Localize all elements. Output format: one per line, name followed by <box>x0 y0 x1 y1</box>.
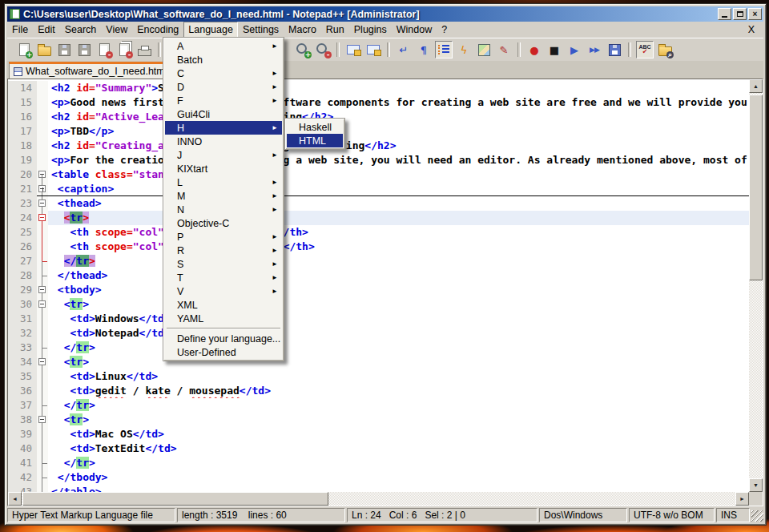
fold-margin[interactable] <box>37 95 48 110</box>
menubar-item-plugins[interactable]: Plugins <box>349 22 392 38</box>
word-wrap-icon[interactable]: ↵ <box>395 41 413 58</box>
close-document-button[interactable]: X <box>739 22 763 38</box>
code-line-30[interactable]: 30 <tr> <box>8 297 749 312</box>
fold-collapse-box[interactable] <box>38 416 46 423</box>
code-line-31[interactable]: 31 <td>Windows</td> <box>8 312 749 326</box>
code-line-36[interactable]: 36 <td>gedit / kate / mousepad</td> <box>8 384 749 398</box>
scroll-up-button[interactable]: ▲ <box>749 79 763 93</box>
menubar-item-[interactable]: ? <box>437 22 452 38</box>
code-line-38[interactable]: 38 <tr> <box>8 413 749 427</box>
code-line-24[interactable]: 24 <tr> <box>8 211 749 225</box>
menubar-item-settings[interactable]: Settings <box>238 22 284 38</box>
fold-margin[interactable] <box>37 124 48 139</box>
code-line-28[interactable]: 28 </thead> <box>8 268 749 283</box>
document-map-icon[interactable] <box>475 41 493 58</box>
fold-margin[interactable] <box>37 240 48 254</box>
language-menu-item-d[interactable]: D► <box>165 80 282 94</box>
fold-margin[interactable] <box>37 182 48 196</box>
menubar-item-language[interactable]: Language <box>183 22 238 38</box>
fold-margin[interactable] <box>37 341 48 355</box>
language-menu-item-define-your-language[interactable]: Define your language... <box>165 332 282 345</box>
fold-margin[interactable] <box>37 139 48 153</box>
language-menu-item-n[interactable]: N► <box>165 203 282 216</box>
language-menu-item-kixtart[interactable]: KIXtart <box>165 162 282 175</box>
language-menu-item-user-defined[interactable]: User-Defined <box>165 345 282 359</box>
fold-margin[interactable] <box>37 441 48 456</box>
fold-margin[interactable] <box>37 427 48 441</box>
fold-margin[interactable] <box>37 413 48 427</box>
menubar-item-macro[interactable]: Macro <box>284 22 321 38</box>
code-area[interactable]: 14<h2 id="Summary">Summary</h2>15<p>Good… <box>8 79 749 492</box>
code-line-16[interactable]: 16<h2 id="Active_Learning">Active Learni… <box>8 110 749 124</box>
menubar-item-encoding[interactable]: Encoding <box>132 22 183 38</box>
fold-collapse-box[interactable] <box>38 300 46 308</box>
tab-what-software-do-i-need[interactable]: What_software_do_I_need.html × <box>9 62 187 79</box>
macro-run-multiple-icon[interactable]: ▶▶ <box>586 41 603 58</box>
fold-margin[interactable] <box>37 384 48 398</box>
language-menu-item-l[interactable]: L► <box>165 175 282 189</box>
menubar-item-search[interactable]: Search <box>60 22 102 38</box>
scroll-down-button[interactable]: ▼ <box>749 478 763 492</box>
macro-stop-icon[interactable]: ■ <box>546 41 563 58</box>
code-line-18[interactable]: 18<h2 id="Creating_and_editing">Creating… <box>8 139 749 153</box>
sync-horizontal-scroll-icon[interactable] <box>364 41 382 58</box>
code-line-29[interactable]: 29 <tbody> <box>8 283 749 297</box>
code-line-26[interactable]: 26 <th scope="col">Recommended editor</t… <box>8 240 749 254</box>
status-eol-format[interactable]: Dos\Windows <box>539 508 627 522</box>
menubar-item-view[interactable]: View <box>101 22 132 38</box>
function-list-icon[interactable]: ϟ <box>455 41 473 58</box>
edit-document-icon[interactable]: ✎ <box>495 41 513 58</box>
spell-check-icon[interactable]: ABC✔ <box>636 41 654 58</box>
indent-guide-icon[interactable] <box>435 41 453 58</box>
code-line-33[interactable]: 33 </tr> <box>8 341 749 355</box>
close-button[interactable]: × <box>748 8 762 20</box>
print-icon[interactable] <box>135 41 153 58</box>
language-menu-item-inno[interactable]: INNO <box>165 135 282 148</box>
vertical-scrollbar[interactable]: ▲ ▼ <box>749 79 763 492</box>
language-menu-item-a[interactable]: A► <box>165 39 282 53</box>
submenu-item-haskell[interactable]: Haskell <box>287 120 343 134</box>
find-in-files-icon[interactable]: ⌕ <box>656 41 674 58</box>
scroll-left-button[interactable]: ◄ <box>8 492 22 506</box>
fold-collapse-box[interactable] <box>38 200 46 207</box>
code-line-43[interactable]: 43</table> <box>8 485 749 492</box>
macro-record-icon[interactable]: ● <box>525 41 543 58</box>
fold-margin[interactable] <box>37 485 48 492</box>
status-insert-mode[interactable]: INS <box>716 508 750 522</box>
close-icon[interactable]: - <box>95 41 113 58</box>
code-line-37[interactable]: 37 </tr> <box>8 398 749 413</box>
language-menu-item-batch[interactable]: Batch <box>165 53 282 66</box>
vertical-scrollbar-thumb[interactable] <box>749 95 763 280</box>
menubar-item-window[interactable]: Window <box>392 22 437 38</box>
code-line-14[interactable]: 14<h2 id="Summary">Summary</h2> <box>8 81 749 95</box>
code-line-17[interactable]: 17<p>TBD</p> <box>8 124 749 139</box>
horizontal-scrollbar-thumb[interactable] <box>22 492 328 506</box>
menubar-item-run[interactable]: Run <box>321 22 349 38</box>
code-line-32[interactable]: 32 <td>Notepad</td> <box>8 326 749 341</box>
close-all-icon[interactable]: - <box>115 41 133 58</box>
sync-vertical-scroll-icon[interactable] <box>344 41 362 58</box>
open-folder-icon[interactable] <box>35 41 53 58</box>
fold-margin[interactable] <box>37 326 48 341</box>
fold-margin[interactable] <box>37 312 48 326</box>
fold-margin[interactable] <box>37 225 48 240</box>
fold-margin[interactable] <box>37 470 48 485</box>
new-file-icon[interactable]: + <box>15 41 33 58</box>
status-encoding[interactable]: UTF-8 w/o BOM <box>629 508 715 522</box>
language-menu-item-f[interactable]: F► <box>165 94 282 107</box>
fold-expand-box[interactable] <box>38 185 46 192</box>
language-menu-item-xml[interactable]: XML <box>165 298 282 312</box>
code-line-27[interactable]: 27 </tr> <box>8 254 749 268</box>
code-line-34[interactable]: 34 <tr> <box>8 355 749 369</box>
menubar-item-edit[interactable]: Edit <box>33 22 60 38</box>
save-all-icon[interactable] <box>75 41 93 58</box>
fold-margin[interactable] <box>37 268 48 283</box>
fold-margin[interactable] <box>37 398 48 413</box>
zoom-in-icon[interactable]: + <box>294 41 312 58</box>
fold-margin[interactable] <box>37 211 48 225</box>
fold-margin[interactable] <box>37 283 48 297</box>
show-all-characters-icon[interactable]: ¶ <box>415 41 433 58</box>
fold-margin[interactable] <box>37 355 48 369</box>
maximize-button[interactable] <box>733 8 747 20</box>
fold-margin[interactable] <box>37 369 48 384</box>
